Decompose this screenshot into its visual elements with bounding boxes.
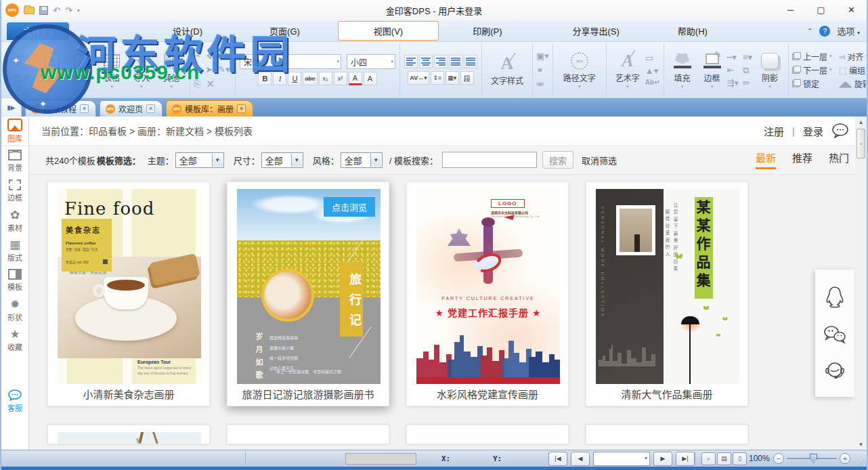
- underline-button[interactable]: U: [288, 72, 301, 85]
- sort-recommended[interactable]: 推荐: [792, 150, 812, 169]
- picture-edit-icon[interactable]: ❏▾: [219, 51, 232, 60]
- multi-page-view-icon[interactable]: ▤: [717, 452, 731, 465]
- doc-tab-video-tutorial[interactable]: DPS 视频教程 ✕: [25, 100, 96, 116]
- template-card-partial[interactable]: [227, 425, 389, 444]
- sidebar-item-favorites[interactable]: ★ 收藏: [1, 325, 28, 355]
- resize-grip[interactable]: ⋰: [859, 459, 865, 467]
- maximize-button[interactable]: ▢: [806, 0, 836, 19]
- cancel-filter-link[interactable]: 取消筛选: [582, 154, 617, 167]
- sort-newest[interactable]: 最新: [756, 150, 776, 169]
- abc-style-icon[interactable]: ▭: [645, 54, 660, 62]
- menu-help[interactable]: 帮助(H): [672, 22, 713, 40]
- format-brush-icon[interactable]: ✏: [743, 79, 752, 87]
- zoom-in-button[interactable]: +: [840, 453, 850, 464]
- justify-button[interactable]: [449, 55, 462, 68]
- pages-icon[interactable]: ⧉: [743, 66, 752, 74]
- fill-button[interactable]: 填充▾: [668, 51, 697, 89]
- template-card-travel-diary[interactable]: 点击浏览 旅行记 岁月如歌 就这样走走停停 穿越大街小巷 将一段岁月光阴: [227, 181, 389, 406]
- line-weight-icon[interactable]: ⇶▾: [727, 79, 739, 87]
- doc-tab-welcome[interactable]: DPS 欢迎页 ✕: [100, 100, 162, 116]
- sidebar-item-support[interactable]: 客服: [1, 386, 28, 416]
- last-page-button[interactable]: ▶|: [676, 452, 695, 466]
- rotate-button[interactable]: ◢◣旋转▾: [839, 78, 868, 89]
- close-button[interactable]: ✕: [836, 0, 867, 19]
- next-page-button[interactable]: ▶: [653, 452, 672, 466]
- browse-button[interactable]: 点击浏览: [324, 197, 375, 217]
- align-center-button[interactable]: [419, 55, 433, 68]
- sidebar-item-background[interactable]: 背景: [1, 146, 28, 176]
- zoom-out-button[interactable]: −: [773, 453, 784, 464]
- font-family-select[interactable]: 宋体▾: [240, 54, 341, 69]
- sidebar-item-material[interactable]: ✿ 素材: [1, 206, 28, 236]
- path-text-button[interactable]: abc 路径文字▾: [557, 51, 603, 89]
- first-page-button[interactable]: |◀: [548, 452, 567, 466]
- paste-icon[interactable]: ⎘: [194, 79, 200, 88]
- sidebar-item-border[interactable]: 边框: [1, 176, 28, 206]
- sort-hot[interactable]: 热门: [829, 150, 849, 169]
- menu-view[interactable]: 视图(V): [338, 21, 439, 41]
- italic-button[interactable]: I: [273, 72, 286, 85]
- insert-textbox-button[interactable]: A 文本框▾: [37, 51, 67, 89]
- template-card-partial[interactable]: [406, 425, 569, 444]
- template-cover[interactable]: PERSONAL WORK COLLECTION 让您留下最美好的印集 献给珍爱…: [596, 189, 739, 384]
- doc-tab-template-library[interactable]: DPS 模板库：画册 ✕: [166, 100, 253, 116]
- style-select[interactable]: 全部▼: [341, 152, 383, 168]
- cut-icon[interactable]: ✂: [194, 51, 201, 60]
- single-page-view-icon[interactable]: ▯: [733, 452, 747, 465]
- distribute-button[interactable]: [464, 55, 477, 68]
- text-effect-icon[interactable]: ▲▾: [645, 66, 660, 75]
- template-search-input[interactable]: [442, 152, 537, 168]
- dash-style-icon[interactable]: ┅▾: [727, 53, 739, 62]
- unlink-icon[interactable]: ⚮: [536, 80, 549, 89]
- register-link[interactable]: 注册: [764, 124, 784, 138]
- insert-other-button[interactable]: 其他▾: [156, 51, 186, 89]
- highlight-color-button[interactable]: A: [364, 72, 377, 85]
- delete-icon[interactable]: ✕: [206, 79, 215, 89]
- sidebar-item-template[interactable]: 模板: [1, 265, 28, 295]
- template-cover[interactable]: LOGO 深圳市中文科技有限公司 Shenzhen Chinese Techno…: [416, 189, 560, 384]
- text-style-button[interactable]: A 文字样式: [485, 54, 529, 86]
- tab-close-icon[interactable]: ✕: [237, 104, 246, 113]
- font-size-select[interactable]: 小四▾: [347, 54, 395, 69]
- sidebar-item-shape[interactable]: ✹ 形状: [1, 295, 28, 325]
- align-right-button[interactable]: [434, 55, 448, 68]
- image-frame-icon[interactable]: ▣▾: [536, 51, 549, 60]
- sidebar-item-gallery[interactable]: 图库: [1, 116, 28, 146]
- theme-select[interactable]: 全部▼: [175, 152, 224, 168]
- template-card-portfolio[interactable]: PERSONAL WORK COLLECTION 让您留下最美好的印集 献给珍爱…: [586, 181, 748, 406]
- template-card-food-magazine[interactable]: Fine food 美食杂志 Flavored coffee 美食 / 美味 /…: [47, 181, 210, 406]
- font-color-button[interactable]: A: [349, 72, 362, 85]
- template-card-partial[interactable]: [586, 425, 748, 444]
- size-select[interactable]: 全部▼: [261, 152, 303, 168]
- superscript-button[interactable]: x²: [334, 72, 347, 85]
- template-cover[interactable]: 点击浏览 旅行记 岁月如歌 就这样走走停停 穿越大街小巷 将一段岁月光阴: [237, 189, 381, 384]
- import-button[interactable]: ↷ 导入▾: [127, 51, 156, 89]
- help-icon[interactable]: ?: [819, 26, 830, 37]
- menu-share-export[interactable]: 分享导出(S): [567, 22, 625, 40]
- line-arrow-icon[interactable]: ⇤: [727, 66, 739, 74]
- menu-print[interactable]: 印刷(P): [467, 22, 507, 40]
- options-button[interactable]: 选项 ▾: [837, 24, 860, 37]
- zoom-slider[interactable]: [787, 458, 837, 459]
- zoom-slider-thumb[interactable]: [810, 454, 817, 463]
- panel-toggle-button[interactable]: ▮▶: [1, 98, 22, 116]
- pen-icon[interactable]: ✎▾: [218, 65, 230, 74]
- shadow-button[interactable]: 阴影▾: [755, 51, 785, 89]
- wechat-icon[interactable]: [823, 325, 846, 344]
- login-link[interactable]: 登录: [803, 124, 823, 138]
- template-card-partial[interactable]: [47, 425, 210, 444]
- link-icon[interactable]: ⚭: [536, 66, 549, 74]
- scrollbar-thumb[interactable]: ≡: [856, 129, 865, 158]
- template-card-party-building[interactable]: LOGO 深圳市中文科技有限公司 Shenzhen Chinese Techno…: [406, 181, 569, 406]
- pan-hand-icon[interactable]: ✥: [207, 51, 214, 60]
- qq-icon[interactable]: [825, 286, 845, 309]
- sidebar-item-layout[interactable]: ▦ 版式: [1, 236, 28, 265]
- customer-service-icon[interactable]: [824, 360, 846, 381]
- insert-shape-button[interactable]: 形状▾: [7, 51, 37, 89]
- search-button[interactable]: 搜索: [542, 151, 573, 169]
- insert-table-button[interactable]: 表格▾: [97, 51, 127, 89]
- insert-image-button[interactable]: 图片▾: [67, 51, 97, 89]
- bring-forward-button[interactable]: 上一层▾: [792, 51, 832, 62]
- page-select[interactable]: [593, 452, 650, 466]
- line-style-icon[interactable]: ≡▾: [743, 53, 752, 62]
